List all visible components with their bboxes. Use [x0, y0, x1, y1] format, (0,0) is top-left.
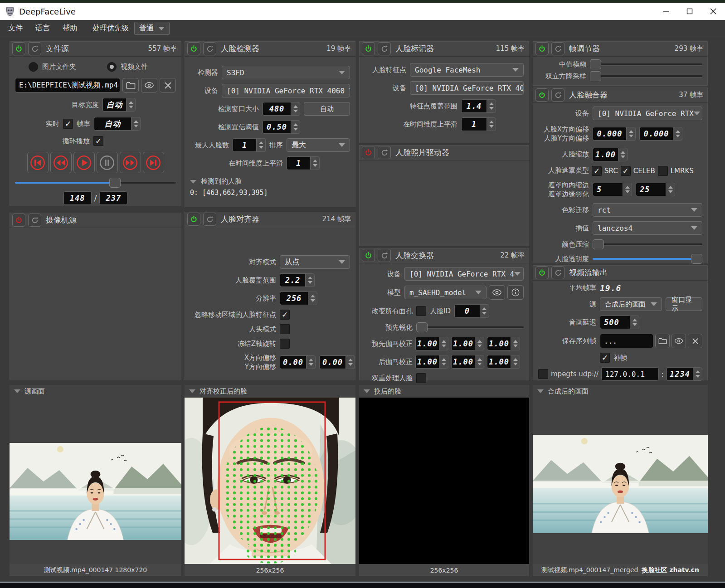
- collapse-icon[interactable]: [189, 389, 195, 393]
- stepper-arrows[interactable]: [305, 273, 315, 287]
- median-blur-slider[interactable]: [590, 59, 702, 69]
- realtime-checkbox[interactable]: ✓: [63, 119, 73, 129]
- menu-file[interactable]: 文件: [8, 24, 23, 33]
- max-faces-stepper[interactable]: 1: [233, 138, 266, 152]
- presharpen-slider[interactable]: [416, 322, 524, 332]
- reset-button[interactable]: [378, 42, 391, 55]
- reset-button[interactable]: [378, 249, 391, 262]
- collapse-icon[interactable]: [190, 180, 196, 184]
- priority-dropdown[interactable]: 普通: [134, 22, 170, 35]
- slider-handle[interactable]: [109, 178, 121, 188]
- smooth-stepper[interactable]: 1: [287, 156, 320, 170]
- udp-ip-input[interactable]: 127.0.0.1: [601, 367, 659, 381]
- mask-src-checkbox[interactable]: ✓: [592, 166, 602, 176]
- stepper-arrows[interactable]: [345, 355, 355, 369]
- play-button[interactable]: [73, 152, 95, 173]
- face-opacity-slider[interactable]: [593, 254, 702, 264]
- stepper-arrows[interactable]: [511, 337, 520, 350]
- exclude-moving-checkbox[interactable]: ✓: [280, 310, 290, 320]
- two-pass-checkbox[interactable]: [416, 373, 426, 383]
- image-folder-radio[interactable]: [29, 62, 38, 72]
- device-dropdown[interactable]: [0] NVIDIA GeForce RTX 40: [410, 81, 524, 95]
- stepper-arrows[interactable]: [439, 355, 448, 369]
- folder-button[interactable]: [122, 78, 139, 92]
- y-offset-stepper[interactable]: 0.00: [319, 355, 355, 369]
- stepper-arrows[interactable]: [310, 156, 320, 170]
- auto-button[interactable]: 自动: [304, 102, 350, 116]
- clear-button[interactable]: [688, 334, 702, 348]
- reset-button[interactable]: [551, 42, 564, 55]
- device-dropdown[interactable]: [0] NVIDIA GeForce RTX 4: [404, 267, 524, 281]
- face-id-stepper[interactable]: 0: [454, 304, 489, 318]
- video-path-input[interactable]: E:\DEEPFICE\测试视频.mp4: [15, 78, 120, 92]
- save-sequence-input[interactable]: ...: [600, 334, 653, 348]
- mask-lmrks-checkbox[interactable]: [658, 166, 668, 176]
- stepper-arrows[interactable]: [126, 98, 136, 112]
- folder-button[interactable]: [655, 334, 670, 348]
- color-transfer-dropdown[interactable]: rct: [593, 203, 702, 217]
- stepper-arrows[interactable]: [439, 337, 448, 350]
- resolution-stepper[interactable]: 256: [280, 292, 317, 305]
- head-mode-checkbox[interactable]: [280, 324, 290, 334]
- stepper-arrows[interactable]: [291, 102, 300, 116]
- mask-erode-stepper[interactable]: 5: [593, 183, 632, 196]
- sort-dropdown[interactable]: 最大: [287, 138, 350, 152]
- model-info-button[interactable]: [507, 285, 524, 300]
- power-button[interactable]: [187, 42, 200, 55]
- close-button[interactable]: [701, 3, 725, 20]
- marker-smooth-stepper[interactable]: 1: [461, 117, 496, 131]
- power-button[interactable]: [535, 266, 549, 279]
- av-delay-stepper[interactable]: 500: [600, 316, 639, 329]
- model-preview-button[interactable]: [489, 285, 505, 300]
- menu-help[interactable]: 帮助: [63, 24, 77, 33]
- pregamma-r-stepper[interactable]: 1.00: [415, 337, 448, 350]
- stepper-arrows[interactable]: [673, 127, 682, 141]
- collapse-icon[interactable]: [537, 389, 544, 393]
- stepper-arrows[interactable]: [487, 117, 496, 131]
- reset-button[interactable]: [378, 146, 391, 159]
- reset-button[interactable]: [203, 42, 216, 55]
- fast-forward-button[interactable]: [120, 152, 141, 173]
- stepper-arrows[interactable]: [693, 367, 702, 381]
- stepper-arrows[interactable]: [480, 304, 489, 318]
- reset-button[interactable]: [551, 266, 564, 279]
- slider-handle[interactable]: [590, 59, 601, 69]
- reset-button[interactable]: [28, 214, 41, 227]
- pregamma-g-stepper[interactable]: 1.00: [451, 337, 484, 350]
- window-size-stepper[interactable]: 480: [263, 102, 300, 116]
- align-mode-dropdown[interactable]: 从点: [280, 255, 350, 269]
- goto-end-button[interactable]: [143, 152, 164, 173]
- power-button[interactable]: [535, 42, 549, 55]
- device-dropdown[interactable]: [0] NVIDIA GeForce RTX 4060 T: [222, 84, 350, 97]
- pause-button[interactable]: [97, 152, 118, 173]
- stepper-arrows[interactable]: [666, 183, 675, 196]
- x-offset-stepper[interactable]: 0.00: [280, 355, 316, 369]
- fill-frames-checkbox[interactable]: ✓: [600, 353, 610, 363]
- face-scale-stepper[interactable]: 1.00: [593, 148, 628, 161]
- stepper-arrows[interactable]: [308, 292, 317, 305]
- minimize-button[interactable]: [654, 3, 678, 20]
- postgamma-g-stepper[interactable]: 1.00: [451, 355, 484, 369]
- power-button[interactable]: [187, 213, 200, 226]
- target-width-stepper[interactable]: 自动: [102, 98, 136, 112]
- slider-handle[interactable]: [691, 254, 702, 264]
- stepper-arrows[interactable]: [291, 120, 300, 134]
- stepper-arrows[interactable]: [626, 127, 636, 141]
- postgamma-r-stepper[interactable]: 1.00: [415, 355, 448, 369]
- power-button[interactable]: [362, 42, 375, 55]
- collapse-icon[interactable]: [14, 389, 20, 393]
- video-file-radio[interactable]: [107, 62, 117, 72]
- reset-button[interactable]: [28, 42, 41, 55]
- slider-handle[interactable]: [593, 239, 604, 249]
- downsample-slider[interactable]: [590, 71, 702, 81]
- mask-celeb-checkbox[interactable]: ✓: [621, 166, 631, 176]
- reset-button[interactable]: [551, 88, 564, 102]
- swap-all-checkbox[interactable]: [416, 306, 426, 316]
- preview-button[interactable]: [671, 334, 686, 348]
- rewind-button[interactable]: [50, 152, 72, 173]
- stepper-arrows[interactable]: [487, 99, 496, 113]
- slider-handle[interactable]: [590, 71, 601, 81]
- pregamma-b-stepper[interactable]: 1.00: [487, 337, 520, 350]
- frame-current[interactable]: 148: [63, 191, 92, 205]
- face-x-offset-stepper[interactable]: 0.000: [593, 127, 636, 141]
